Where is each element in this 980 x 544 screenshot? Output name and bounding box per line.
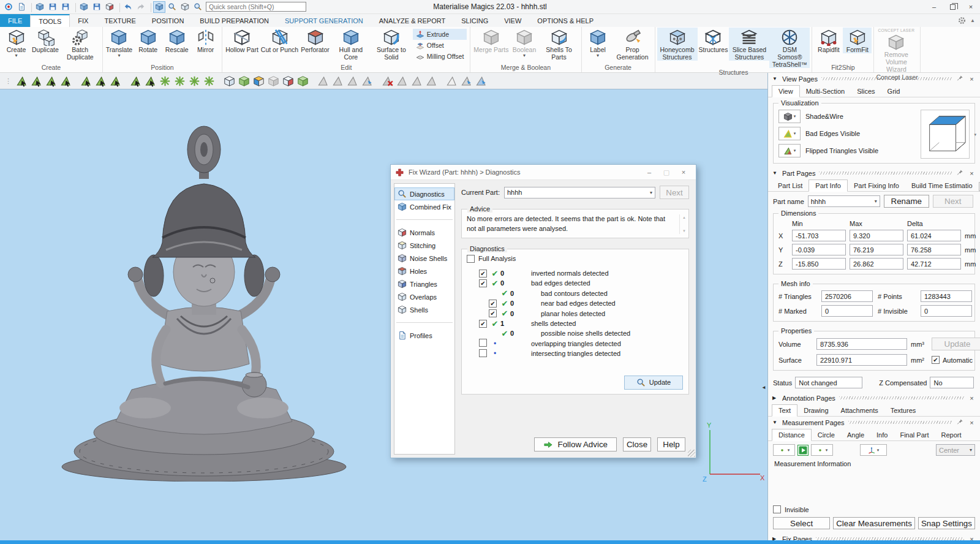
ribbon-button-create[interactable]: Create▾: [2, 28, 31, 58]
tab-angle[interactable]: Angle: [841, 429, 870, 440]
collapse-arrow-icon[interactable]: ▼: [772, 420, 778, 425]
ribbon-button-hollow-part[interactable]: Hollow Part: [224, 28, 260, 53]
wizard-page-shells[interactable]: Shells: [394, 303, 454, 316]
tab-multi-section[interactable]: Multi-Section: [800, 86, 851, 97]
menu-tab-view[interactable]: VIEW: [496, 14, 529, 27]
ribbon-button-duplicate[interactable]: svg">svg">Duplicate: [31, 28, 60, 53]
menu-tab-tools[interactable]: TOOLS: [30, 14, 70, 27]
tab-slices[interactable]: Slices: [851, 86, 881, 97]
marked-field[interactable]: 0: [821, 305, 873, 317]
ribbon-button-merge-parts[interactable]: Merge Parts: [472, 28, 510, 53]
triangle-tool-blue-2-button[interactable]: [459, 74, 473, 88]
surface-field[interactable]: 22910.971: [816, 354, 907, 366]
transparent-view-button[interactable]: [266, 74, 281, 88]
center-mode-select[interactable]: Center: [936, 444, 975, 456]
advice-scrollbar[interactable]: ▲▼: [679, 214, 688, 234]
tab-grid[interactable]: Grid: [881, 86, 907, 97]
ribbon-button-label[interactable]: Label▾: [584, 28, 612, 58]
ribbon-button-mirror[interactable]: Mirror: [191, 28, 220, 53]
brush-marking-button[interactable]: [143, 74, 157, 88]
create-triangle-button[interactable]: [445, 74, 459, 88]
ribbon-button-extrude[interactable]: Extrude: [413, 29, 467, 40]
add-part-button[interactable]: [78, 1, 90, 13]
ribbon-button-formfit[interactable]: FormFit: [843, 28, 872, 53]
undo-button[interactable]: [122, 1, 134, 13]
mark-shell-button[interactable]: [59, 74, 73, 88]
expand-arrow-icon[interactable]: ▶: [772, 536, 778, 540]
dialog-title-bar[interactable]: Fix Wizard (Part: hhhh) > Diagnostics – …: [391, 165, 696, 180]
dialog-maximize-button[interactable]: ▢: [658, 167, 674, 178]
first-point-selector[interactable]: [773, 444, 795, 456]
z-min-field[interactable]: -15.850: [792, 258, 846, 270]
tab-text[interactable]: Text: [772, 404, 797, 417]
z-delta-field[interactable]: 42.712: [907, 258, 961, 270]
ribbon-button-surface-to-solid[interactable]: Surface to Solid: [371, 28, 412, 61]
close-button[interactable]: ×: [962, 0, 980, 13]
wizard-page-holes[interactable]: Holes: [394, 265, 454, 278]
ribbon-button-rescale[interactable]: Rescale: [162, 28, 191, 53]
tab-part-fixing-info[interactable]: Part Fixing Info: [848, 180, 905, 191]
collapse-arrow-icon[interactable]: ▼: [772, 170, 778, 176]
near-bad-edges-detected-checkbox[interactable]: [489, 300, 497, 308]
ribbon-button-boolean[interactable]: Boolean▾: [510, 28, 539, 58]
close-panel-icon[interactable]: ×: [968, 419, 976, 426]
inverted-normals-detected-checkbox[interactable]: [479, 270, 487, 278]
wizard-page-diagnostics[interactable]: Diagnostics: [394, 187, 454, 200]
ribbon-button-hull-and-core[interactable]: Hull and Core: [331, 28, 371, 61]
ribbon-button-structures[interactable]: Structures: [698, 28, 729, 53]
panel-splitter-handle[interactable]: ◄: [761, 385, 766, 390]
view-part-button[interactable]: [179, 1, 191, 13]
marked-view-button[interactable]: [281, 74, 295, 88]
tab-distance[interactable]: Distance: [772, 429, 812, 441]
follow-advice-button[interactable]: Follow Advice: [534, 437, 617, 451]
menu-tab-support-generation[interactable]: SUPPORT GENERATION: [277, 14, 371, 27]
y-delta-field[interactable]: 76.258: [907, 244, 961, 255]
save-button[interactable]: [47, 1, 59, 13]
grow-marking-button[interactable]: [202, 74, 216, 88]
close-panel-icon[interactable]: ×: [968, 75, 976, 83]
ribbon-button-batch-duplicate[interactable]: svg">Batch Duplicate: [60, 28, 100, 61]
tab-final-part[interactable]: Final Part: [894, 429, 935, 440]
ellipse-marking-button[interactable]: [94, 74, 108, 88]
tab-drawing[interactable]: Drawing: [797, 405, 834, 416]
shade-part-view-button[interactable]: [222, 74, 236, 88]
collapse-ribbon-icon[interactable]: ▲: [970, 18, 975, 23]
triangle-tool-disabled-2-button[interactable]: [331, 74, 345, 88]
invisible-field[interactable]: 0: [921, 305, 972, 317]
freeform-marking-button[interactable]: [108, 74, 123, 88]
tab-view[interactable]: View: [772, 85, 800, 97]
menu-tab-texture[interactable]: TEXTURE: [96, 14, 143, 27]
select-button[interactable]: Select: [773, 517, 830, 529]
planar-holes-detected-checkbox[interactable]: [489, 309, 497, 317]
wizard-page-triangles[interactable]: Triangles: [394, 278, 454, 290]
menu-tab-analyze-report[interactable]: ANALYZE & REPORT: [371, 14, 453, 27]
update-properties-button[interactable]: Update: [932, 338, 980, 350]
orientation-cube-preview[interactable]: [921, 110, 970, 159]
coordinate-mode-selector[interactable]: [860, 444, 887, 456]
mark-all-button[interactable]: [158, 74, 172, 88]
wizard-page-noise-shells[interactable]: Noise Shells: [394, 252, 454, 265]
close-panel-icon[interactable]: ×: [968, 535, 976, 541]
tab-build-time-estimatio[interactable]: Build Time Estimatio: [905, 180, 979, 191]
tab-attachments[interactable]: Attachments: [835, 405, 884, 416]
fix-pages-header[interactable]: ▶ Fix Pages ×: [768, 533, 980, 540]
wizard-page-overlaps[interactable]: Overlaps: [394, 290, 454, 303]
minimize-button[interactable]: –: [925, 0, 943, 13]
automatic-checkbox[interactable]: [932, 356, 940, 364]
ribbon-button-offset[interactable]: Offset: [413, 40, 467, 51]
intersecting-triangles-detected-checkbox[interactable]: [479, 349, 487, 357]
rectangle-marking-button[interactable]: [79, 74, 93, 88]
statue-model[interactable]: [52, 120, 352, 482]
current-part-select[interactable]: hhhh: [504, 187, 655, 198]
triangles-field[interactable]: 2570206: [821, 290, 873, 302]
shell-view-button[interactable]: [296, 74, 310, 88]
triangle-tool-disabled-4-button[interactable]: [395, 74, 409, 88]
z-max-field[interactable]: 26.862: [850, 258, 903, 270]
menu-tab-slicing[interactable]: SLICING: [453, 14, 496, 27]
ribbon-button-translate[interactable]: Translate▾: [105, 28, 134, 58]
zoom-in-button[interactable]: [192, 1, 204, 13]
menu-tab-build-preparation[interactable]: BUILD PREPARATION: [192, 14, 277, 27]
clear-measurements-button[interactable]: Clear Measurements: [833, 517, 915, 529]
tab-part-list[interactable]: Part List: [772, 180, 809, 191]
tab-report[interactable]: Report: [935, 429, 968, 440]
